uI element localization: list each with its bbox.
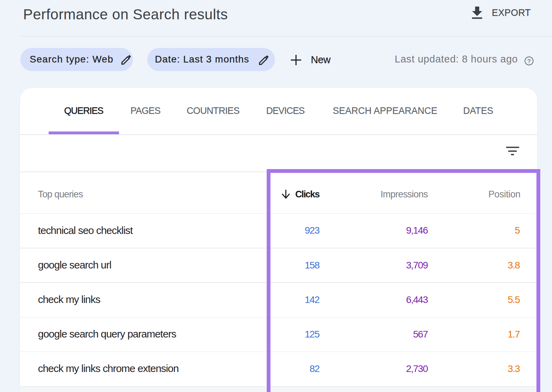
svg-text:?: ? xyxy=(527,58,531,64)
